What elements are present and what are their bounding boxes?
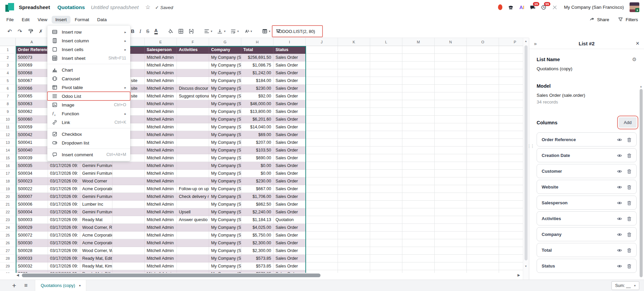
data-cell[interactable]: Sales Order (274, 61, 306, 69)
data-cell[interactable]: S00068 (16, 69, 48, 77)
empty-cell[interactable] (306, 100, 338, 108)
empty-cell[interactable] (402, 208, 435, 216)
data-cell[interactable]: S00030 (16, 239, 48, 247)
empty-cell[interactable] (338, 262, 370, 270)
row-number[interactable]: 11 (0, 123, 16, 131)
clear-format-button[interactable]: ✗ (39, 29, 43, 34)
data-cell[interactable]: S00032 (16, 262, 48, 270)
empty-cell[interactable] (306, 247, 338, 255)
empty-cell[interactable] (467, 85, 499, 92)
data-cell[interactable]: Sales Order (274, 232, 306, 239)
empty-cell[interactable] (370, 85, 402, 92)
empty-cell[interactable] (338, 147, 370, 154)
data-cell[interactable]: $14,040.00 (241, 123, 274, 131)
italic-button[interactable]: I (139, 29, 141, 34)
empty-cell[interactable] (467, 69, 499, 77)
empty-cell[interactable] (338, 201, 370, 208)
empty-cell[interactable] (402, 177, 435, 185)
menu-item-function[interactable]: ƒxFunction▸ (47, 109, 130, 118)
empty-cell[interactable] (338, 77, 370, 85)
data-cell[interactable]: Ready Mat, Edith (80, 255, 112, 262)
column-header-G[interactable]: G (209, 38, 241, 46)
trash-icon[interactable] (622, 231, 632, 237)
eye-icon[interactable] (612, 136, 622, 142)
data-cell[interactable]: $2,300.00 (241, 239, 274, 247)
data-cell[interactable]: S00069 (16, 61, 48, 69)
empty-cell[interactable] (435, 54, 467, 61)
row-number[interactable]: 17 (0, 170, 16, 177)
empty-cell[interactable] (306, 46, 338, 54)
empty-cell[interactable] (402, 170, 435, 177)
empty-cell[interactable] (370, 208, 402, 216)
data-cell[interactable] (177, 270, 209, 273)
empty-cell[interactable] (306, 270, 338, 273)
data-cell[interactable] (112, 216, 145, 224)
merge-cells-button[interactable] (189, 29, 194, 34)
data-cell[interactable]: $1,086.75 (241, 61, 274, 69)
data-cell[interactable]: S00072 (16, 232, 48, 239)
favorite-star-icon[interactable]: ☆ (145, 4, 150, 11)
data-cell[interactable]: My Company (S (209, 270, 241, 273)
data-cell[interactable] (112, 208, 145, 216)
empty-cell[interactable] (306, 108, 338, 116)
data-cell[interactable] (177, 147, 209, 154)
empty-cell[interactable] (467, 131, 499, 139)
empty-cell[interactable] (467, 170, 499, 177)
data-cell[interactable]: Sales Order (274, 208, 306, 216)
menu-item-insert-cells[interactable]: Insert cells▸ (47, 45, 130, 54)
data-cell[interactable]: Sales Order (274, 262, 306, 270)
data-cell[interactable]: Mitchell Admin (145, 262, 177, 270)
column-header-K[interactable]: K (338, 38, 370, 46)
horizontal-scroll-thumb[interactable] (22, 274, 320, 277)
sheet-tab[interactable]: Quotations (copy) ▾ (35, 280, 86, 291)
data-cell[interactable]: Sales Order (274, 162, 306, 170)
empty-cell[interactable] (370, 201, 402, 208)
panel-resize-handle[interactable]: ⋮⋮ (527, 144, 534, 148)
empty-cell[interactable] (402, 185, 435, 193)
empty-cell[interactable] (306, 262, 338, 270)
empty-cell[interactable] (435, 270, 467, 273)
data-cell[interactable]: My Company (S (209, 239, 241, 247)
data-cell[interactable]: Sales Order (274, 54, 306, 61)
empty-cell[interactable] (435, 108, 467, 116)
data-cell[interactable]: Acme Corporatio (80, 185, 112, 193)
empty-cell[interactable] (338, 216, 370, 224)
empty-cell[interactable] (306, 154, 338, 162)
data-cell[interactable]: 03/17/2026 09: (48, 262, 80, 270)
empty-cell[interactable] (402, 92, 435, 100)
empty-cell[interactable] (370, 139, 402, 147)
data-cell[interactable]: $230.00 (241, 177, 274, 185)
data-cell[interactable]: S000 (16, 270, 48, 273)
row-number[interactable]: 13 (0, 139, 16, 147)
scroll-right-icon[interactable]: ▶ (517, 273, 520, 277)
data-cell[interactable]: $667.00 (241, 185, 274, 193)
empty-cell[interactable] (402, 270, 435, 273)
menu-item-image[interactable]: ImageCtrl+O (47, 100, 130, 109)
data-cell[interactable]: Mitchell Admin (145, 116, 177, 123)
data-cell[interactable]: Sales Order (274, 177, 306, 185)
empty-cell[interactable] (467, 224, 499, 232)
empty-cell[interactable] (467, 100, 499, 108)
eye-icon[interactable] (612, 247, 622, 253)
data-cell[interactable]: My Company (S (209, 154, 241, 162)
empty-cell[interactable] (338, 131, 370, 139)
menu-insert[interactable]: Insert (52, 16, 70, 24)
data-cell[interactable]: Sales Order (274, 270, 306, 273)
data-cell[interactable] (177, 262, 209, 270)
data-cell[interactable]: Mitchell Admin (145, 69, 177, 77)
empty-cell[interactable] (402, 262, 435, 270)
eye-icon[interactable] (612, 152, 622, 158)
empty-cell[interactable] (306, 232, 338, 239)
trash-icon[interactable] (622, 152, 632, 158)
column-card-salesperson[interactable]: Salesperson (537, 196, 637, 210)
empty-cell[interactable] (402, 239, 435, 247)
data-cell[interactable]: S00034 (16, 170, 48, 177)
data-cell[interactable] (112, 193, 145, 201)
data-cell[interactable]: S00040 (16, 147, 48, 154)
row-number[interactable]: 16 (0, 162, 16, 170)
empty-cell[interactable] (402, 54, 435, 61)
data-cell[interactable]: Sales Order (274, 255, 306, 262)
data-cell[interactable]: $862.50 (241, 201, 274, 208)
empty-cell[interactable] (435, 147, 467, 154)
empty-cell[interactable] (338, 139, 370, 147)
